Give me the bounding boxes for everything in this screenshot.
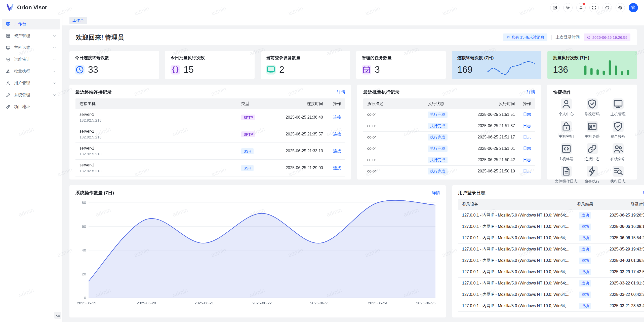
refresh-button[interactable] [602,3,612,12]
stat-card-managed-tasks: 管理的任务数量 3 [356,51,446,79]
log-link[interactable]: 日志 [523,124,531,128]
log-link[interactable]: 日志 [523,158,531,162]
sidebar-item-users[interactable]: 用户管理 [2,78,60,89]
stat-card-terminal-7d: 连接终端次数 (7日) 169 [452,51,541,79]
quick-action-host-terminal[interactable]: 主机终端 [553,143,579,161]
breadcrumb-item-workbench[interactable]: 工作台 [69,17,87,24]
quick-action-profile[interactable]: 个人中心 [553,98,579,117]
sidebar-item-project-link[interactable]: 项目地址 [2,101,60,112]
svg-text:2025-06-20: 2025-06-20 [137,301,156,305]
panel-title: 最近批量执行记录 [363,89,399,95]
log-link[interactable]: 日志 [523,169,531,173]
theme-toggle-button[interactable] [563,3,573,12]
login-device: 127.0.0.1 - 内网IP - Mozilla/5.0 (Windows … [462,247,571,252]
message-icon [506,35,510,39]
sidebar-item-label: 资产管理 [14,33,49,39]
login-result-badge: 成功 [579,258,591,264]
chevron-down-icon [53,58,56,61]
clock-icon [587,35,591,39]
connect-link[interactable]: 连接 [333,166,341,170]
chevron-down-icon [53,69,56,73]
lock-icon [561,121,572,132]
sidebar-item-batch-exec[interactable]: 批量执行 [2,66,60,77]
quick-actions-grid: 个人中心 修改密码 主机管理 主机密钥 主机身份 资产授权 主机终端 连接日志 … [553,98,631,184]
quick-action-execution-logs[interactable]: 执行日志 [605,166,631,184]
login-detail-link[interactable]: 详情 [643,190,644,196]
settings-button[interactable] [616,3,625,12]
top-header: Orion Visor 管 [0,0,644,15]
quick-action-change-password[interactable]: 修改密码 [579,98,605,117]
exec-time: 2025-06-25 21:50:42 [466,158,515,162]
sidebar-item-system[interactable]: 系统管理 [2,90,60,100]
login-time: 2025-03-29 17:42:50 [599,270,644,274]
panel-title: 最近终端连接记录 [75,89,112,95]
menu-fold-icon [56,313,60,318]
quick-action-host-identity[interactable]: 主机身份 [579,121,605,139]
sidebar-item-assets[interactable]: 资产管理 [2,30,60,41]
host-name: server-1 [79,112,241,117]
table-header: 执行描述 执行状态 执行时间 操作 [363,98,535,109]
exec-desc: color [367,158,428,162]
exec-status-badge: 执行完成 [428,157,448,163]
protocol-badge: SFTP [241,115,255,120]
svg-text:2025-06-24: 2025-06-24 [368,301,387,305]
connect-link[interactable]: 连接 [333,132,341,136]
column-header: 登录结果 [571,202,599,207]
panel-title: 快捷操作 [553,89,571,95]
sidebar-item-host-ops[interactable]: 主机运维 [2,42,60,53]
unread-messages-badge[interactable]: 您有 15 条未读消息 [503,33,547,41]
quick-action-host-management[interactable]: 主机管理 [605,98,631,117]
file-text-icon [561,166,572,177]
login-result-badge: 成功 [579,224,591,230]
sidebar-item-workbench[interactable]: 工作台 [2,19,60,29]
wrench-icon [6,93,11,97]
quick-action-host-keys[interactable]: 主机密钥 [553,121,579,139]
stats-row: 今日连接终端次数 33 今日批量执行次数 15 当前登录设备数量 2 管理的任务… [69,51,637,79]
quick-action-command-execution[interactable]: 命令执行 [579,166,605,184]
quick-action-file-operation-logs[interactable]: 文件操作日志 [553,166,579,184]
terminal-detail-link[interactable]: 详情 [337,90,345,95]
workbench-icon [6,22,11,26]
protocol-badge: SSH [241,148,254,154]
exec-time: 2025-06-25 21:51:51 [466,112,515,117]
user-avatar[interactable]: 管 [629,3,638,12]
connect-link[interactable]: 连接 [333,115,341,119]
batch-detail-link[interactable]: 详情 [527,90,535,95]
exec-desc: color [367,135,428,139]
sidebar-collapse-button[interactable] [54,312,61,319]
host-ip: 182.92.5.218 [79,152,241,156]
notifications-button[interactable] [576,3,586,12]
bottom-row: 系统操作数量 (7日) 详情 0204060802025-06-192025-0… [69,185,637,317]
chart-detail-link[interactable]: 详情 [432,190,440,196]
unread-messages-text: 您有 15 条未读消息 [512,35,544,40]
svg-text:2025-06-19: 2025-06-19 [77,301,96,305]
app-title: Orion Visor [17,4,47,11]
sidebar-item-audit[interactable]: 运维审计 [2,54,60,65]
log-link[interactable]: 日志 [523,112,531,117]
quick-action-connection-logs[interactable]: 连接日志 [579,143,605,161]
host-ip: 182.92.5.218 [79,135,241,139]
exec-status-badge: 执行完成 [428,112,448,118]
log-link[interactable]: 日志 [523,135,531,139]
sidebar-item-label: 运维审计 [14,57,49,62]
login-result-badge: 成功 [579,212,591,219]
table-row: 127.0.0.1 - 内网IP - Mozilla/5.0 (Windows … [458,266,644,278]
clock-icon [75,65,85,75]
column-header: 操作 [323,101,341,106]
sidebar-item-label: 批量执行 [14,69,49,74]
quick-action-asset-authorization[interactable]: 资产授权 [605,121,631,139]
svg-text:2025-06-25: 2025-06-25 [416,301,435,305]
monitor-icon [6,45,11,50]
connect-time: 2025-06-25 21:36:40 [269,115,323,120]
table-row: color 执行完成 2025-06-25 21:51:51 日志 [363,109,535,120]
lightning-icon [587,166,598,177]
quick-action-online-sessions[interactable]: 在线会话 [605,143,631,161]
user-icon [561,98,572,110]
fullscreen-button[interactable] [589,3,599,12]
bell-icon [579,5,583,10]
connect-link[interactable]: 连接 [333,149,341,153]
app-logo: Orion Visor [6,4,47,12]
log-link[interactable]: 日志 [523,146,531,151]
code-view-button[interactable] [550,3,559,12]
monitor-icon [613,98,624,110]
